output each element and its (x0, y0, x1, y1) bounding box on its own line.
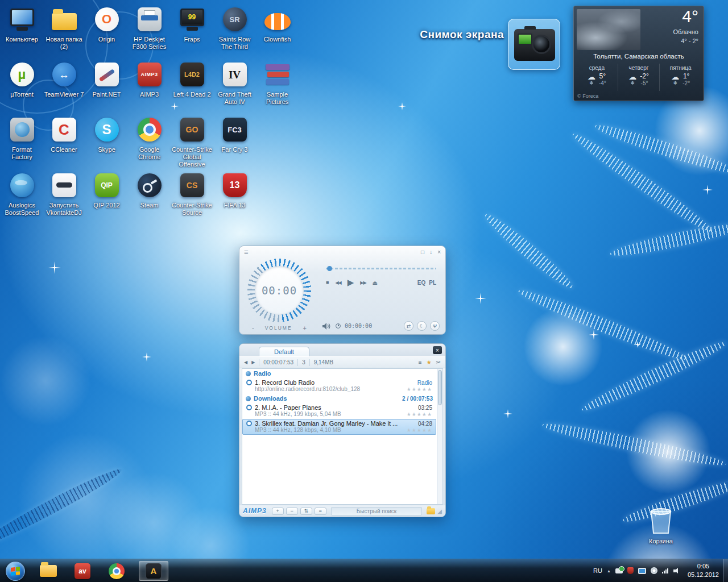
open-folder-icon[interactable] (427, 508, 435, 514)
scrollbar-thumb[interactable] (438, 370, 442, 405)
desktop-icon-aimp3[interactable]: AIMP3 AIMP3 (129, 60, 170, 98)
taskbar-clock[interactable]: 0:05 05.12.2012 (685, 562, 721, 579)
desktop-icon-ccleaner[interactable]: C CCleaner (43, 115, 85, 153)
disc-tray-icon[interactable] (651, 567, 657, 574)
taskbar-av-app-button[interactable]: av (69, 561, 96, 581)
desktop-icon-farcry3[interactable]: FC3 Far Cry 3 (214, 115, 255, 153)
player-menu-icon[interactable]: ≡ (244, 248, 249, 256)
sleep-timer-button[interactable]: ☾ (417, 321, 427, 331)
sort-button[interactable]: ⇅ (300, 508, 312, 515)
taskbar-explorer-button[interactable] (35, 561, 61, 581)
play-button[interactable]: ▶ (348, 277, 354, 288)
rating-stars[interactable]: ★★★★★ (407, 411, 432, 417)
playlist-track-2[interactable]: 2. M.I.A. - Paper Planes 03:25 MP3 :: 44… (242, 403, 436, 419)
desktop-icon-computer[interactable]: Компьютер (1, 5, 43, 43)
desktop-icon-recycle-bin[interactable]: Корзина (639, 506, 682, 545)
tools-icon[interactable]: ✂ (436, 359, 441, 365)
qip-icon: QIP (95, 173, 119, 197)
taskbar-aimp-button-active[interactable]: A (139, 561, 168, 581)
playlist-track-1[interactable]: 1. Record Club Radio Radio http://online… (242, 378, 436, 394)
volume-dial[interactable]: 00:00 (247, 259, 311, 322)
seek-knob[interactable] (327, 266, 332, 271)
taskbar: av A RU ▲ 0:05 05.12.2012 (0, 559, 728, 582)
weather-gadget[interactable]: 4° Облачно 4° - 2° Тольятти, Самарская о… (573, 6, 704, 101)
show-desktop-button[interactable] (723, 559, 728, 582)
network-tray-icon[interactable] (662, 568, 668, 573)
desktop-icon-utorrent[interactable]: µ µTorrent (1, 60, 43, 98)
rating-stars[interactable]: ★★★★★ (407, 386, 432, 392)
eject-button[interactable]: ⏏ (373, 280, 378, 286)
robot-icon (52, 173, 76, 197)
safely-remove-icon[interactable] (615, 568, 623, 573)
playlist-scrollbar[interactable] (437, 369, 442, 504)
desktop-icon-fifa13[interactable]: 13 FIFA 13 (214, 171, 255, 209)
desktop-icon-gta4[interactable]: IV Grand Theft Auto IV (214, 60, 255, 106)
seek-bar[interactable] (326, 268, 436, 269)
playlist-group-radio[interactable]: Radio (242, 369, 436, 378)
desktop-icon-boostspeed[interactable]: Auslogics BoostSpeed (1, 171, 43, 217)
language-indicator[interactable]: RU (593, 567, 602, 574)
desktop-icon-qip[interactable]: QIP QIP 2012 (86, 171, 127, 209)
weather-range: 4° - 2° (681, 38, 698, 44)
desktop-icon-steam[interactable]: Steam (129, 171, 170, 209)
close-icon[interactable]: × (437, 249, 441, 255)
desktop-icon-format-factory[interactable]: Format Factory (1, 115, 43, 161)
speaker-icon[interactable] (322, 323, 332, 330)
resize-grip-icon[interactable]: ◢ (437, 508, 442, 514)
quick-search-field[interactable]: Быстрый поиск (331, 507, 423, 516)
start-button[interactable] (6, 562, 25, 581)
saints-row-icon: SR (223, 7, 247, 31)
desktop-icon-sample-pictures[interactable]: Sample Pictures (257, 60, 298, 106)
playlist-tab-default[interactable]: Default (259, 347, 309, 356)
stop-button[interactable]: ■ (326, 280, 329, 285)
playlist-close-button[interactable]: × (433, 346, 442, 354)
volume-down-button[interactable]: - (252, 325, 254, 331)
screenshot-caption: Снимок экрана (398, 28, 504, 41)
camera-gadget[interactable] (508, 19, 560, 70)
player-titlebar[interactable]: ≡ □ ↓ × (239, 246, 445, 257)
compact-mode-icon[interactable]: □ (421, 249, 424, 255)
pin-icon[interactable]: ↓ (429, 249, 432, 255)
jump-previous-icon[interactable]: ◀ (244, 360, 247, 365)
antivirus-tray-icon[interactable] (627, 567, 634, 574)
next-button[interactable]: ▶▶ (360, 280, 366, 285)
sparkle (398, 102, 406, 110)
desktop-icon-label: Skype (86, 146, 127, 153)
playlist-toggle-button[interactable]: PL (429, 280, 436, 286)
desktop-icon-l4d2[interactable]: L4D2 Left 4 Dead 2 (171, 60, 213, 98)
desktop-icon-vkontaktedj[interactable]: Запустить VkontakteDJ (43, 171, 85, 217)
volume-up-button[interactable]: + (303, 325, 307, 331)
rating-stars[interactable]: ★★★★★ (407, 427, 432, 433)
desktop-icon-origin[interactable]: O Origin (86, 5, 127, 43)
shuffle-button[interactable]: ⇄ (404, 321, 413, 331)
desktop-icon-label: TeamViewer 7 (43, 91, 85, 98)
desktop-icon-skype[interactable]: S Skype (86, 115, 127, 153)
playlist-track-3-selected[interactable]: 3. Skrillex feat. Damian Jr. Gong Marley… (242, 419, 436, 435)
desktop-icon-saints-row[interactable]: SR Saints Row The Third (214, 5, 255, 51)
desktop-icon-paintnet[interactable]: Paint.NET (86, 60, 127, 98)
desktop-icon-cs-source[interactable]: CS Counter-Strike Source (171, 171, 213, 217)
jump-next-icon[interactable]: ▶ (251, 360, 255, 365)
desktop-icon-chrome[interactable]: Google Chrome (129, 115, 170, 161)
desktop-icon-hp-deskjet[interactable]: HP Deskjet F300 Series (129, 5, 170, 51)
desktop-icon-teamviewer[interactable]: ↔ TeamViewer 7 (43, 60, 85, 98)
view-button[interactable]: ≡ (315, 508, 326, 515)
volume-tray-icon[interactable] (673, 567, 681, 574)
playlist-group-downloads[interactable]: Downloads 2 / 00:07:53 (242, 394, 436, 403)
player-statusbar: 00:00:00 ⇄ ☾ Ψ (322, 321, 440, 331)
display-tray-icon[interactable] (638, 568, 646, 574)
desktop-icon-fraps[interactable]: 99 Fraps (171, 5, 213, 43)
add-button[interactable]: + (272, 508, 284, 515)
taskbar-chrome-button[interactable] (104, 561, 130, 581)
favorites-icon[interactable]: ★ (427, 359, 432, 365)
internet-radio-button[interactable]: Ψ (430, 321, 440, 331)
previous-button[interactable]: ◀◀ (335, 280, 341, 285)
clock-time: 0:05 (688, 562, 719, 571)
remove-button[interactable]: − (286, 508, 298, 515)
tray-expand-icon[interactable]: ▲ (607, 569, 611, 573)
desktop-icon-csgo[interactable]: GO Counter-Strike Global Offensive (171, 115, 213, 168)
desktop-icon-new-folder[interactable]: Новая папка (2) (43, 5, 85, 51)
desktop-icon-clownfish[interactable]: Clownfish (257, 5, 298, 43)
playlist-menu-icon[interactable]: ≡ (419, 359, 422, 365)
equalizer-button[interactable]: EQ (417, 280, 425, 286)
